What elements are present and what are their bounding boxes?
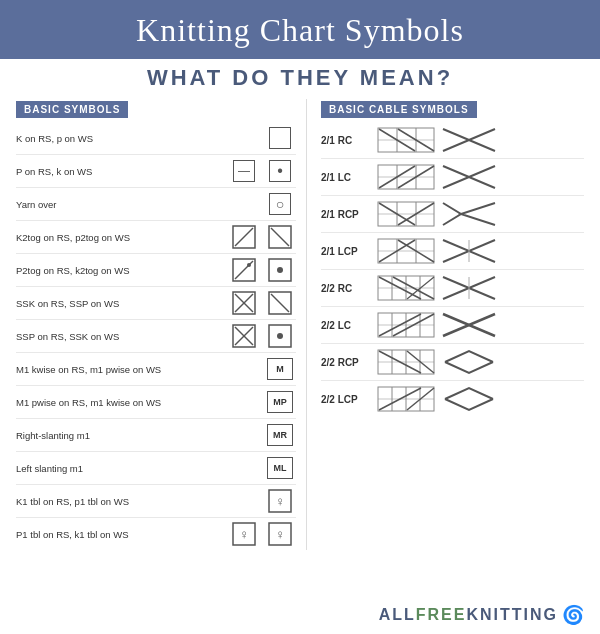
symbol-row-9: M1 pwise on RS, m1 kwise on WS MP — [16, 386, 296, 419]
svg-point-18 — [277, 333, 283, 339]
cable-icon-8b — [440, 385, 500, 413]
sym-label-11: Left slanting m1 — [16, 463, 260, 474]
sym-icon-11a: ML — [264, 455, 296, 481]
symbol-row-10: Right-slanting m1 MR — [16, 419, 296, 452]
sym-icon-4a — [228, 224, 260, 250]
symbol-row-13: P1 tbl on RS, k1 tbl on WS ♀ ♀ — [16, 518, 296, 550]
sym-label-13: P1 tbl on RS, k1 tbl on WS — [16, 529, 224, 540]
cable-icon-5a — [376, 274, 436, 302]
box-circle-icon — [269, 193, 291, 215]
sym-label-6: SSK on RS, SSP on WS — [16, 298, 224, 309]
symbol-row-8: M1 kwise on RS, m1 pwise on WS M — [16, 353, 296, 386]
cable-2-1-lcp-grid — [377, 238, 435, 264]
svg-text:♀: ♀ — [275, 527, 285, 542]
cable-2-1-lc-grid — [377, 164, 435, 190]
p2tog-icon2 — [267, 257, 293, 283]
cable-2-1-rc-grid — [377, 127, 435, 153]
symbol-row-3: Yarn over — [16, 188, 296, 221]
sym-label-10: Right-slanting m1 — [16, 430, 260, 441]
cable-icon-3b — [440, 200, 500, 228]
cable-label-5: 2/2 RC — [321, 283, 376, 294]
sym-label-5: P2tog on RS, k2tog on WS — [16, 265, 224, 276]
sym-icon-12a: ♀ — [264, 488, 296, 514]
svg-point-8 — [277, 267, 283, 273]
basic-symbols-column: BASIC SYMBOLS K on RS, p on WS P on RS, … — [16, 99, 306, 550]
footer-free: FREE — [416, 606, 467, 623]
symbol-row-6: SSK on RS, SSP on WS — [16, 287, 296, 320]
cable-row-4: 2/1 LCP — [321, 233, 584, 270]
content-area: BASIC SYMBOLS K on RS, p on WS P on RS, … — [0, 99, 600, 550]
sym-icon-5b — [264, 257, 296, 283]
sym-icon-13b: ♀ — [264, 521, 296, 547]
cable-symbols-column: BASIC CABLE SYMBOLS 2/1 RC — [306, 99, 584, 550]
sym-label-3: Yarn over — [16, 199, 260, 210]
sym-icon-9a: MP — [264, 389, 296, 415]
symbol-row-11: Left slanting m1 ML — [16, 452, 296, 485]
k1tbl-icon: ♀ — [267, 488, 293, 514]
sym-icon-7a — [228, 323, 260, 349]
footer-icon: 🌀 — [562, 604, 584, 626]
cable-label-6: 2/2 LC — [321, 320, 376, 331]
cable-2-2-lcp-simple — [441, 386, 499, 412]
cable-icon-1a — [376, 126, 436, 154]
cable-row-5: 2/2 RC — [321, 270, 584, 307]
box-empty-icon — [269, 127, 291, 149]
symbol-row-7: SSP on RS, SSK on WS — [16, 320, 296, 353]
cable-2-1-lcp-simple — [441, 238, 499, 264]
box-dot-icon — [269, 160, 291, 182]
symbol-row-1: K on RS, p on WS — [16, 122, 296, 155]
sym-icon-2a — [228, 158, 260, 184]
k2tog-icon1 — [231, 224, 257, 250]
cable-row-8: 2/2 LCP — [321, 381, 584, 417]
cable-row-7: 2/2 RCP — [321, 344, 584, 381]
symbol-row-5: P2tog on RS, k2tog on WS — [16, 254, 296, 287]
sym-icon-7b — [264, 323, 296, 349]
sym-icon-1a — [264, 125, 296, 151]
subtitle: WHAT DO THEY MEAN? — [0, 59, 600, 95]
symbol-row-2: P on RS, k on WS — [16, 155, 296, 188]
cable-icon-4a — [376, 237, 436, 265]
cable-icon-2a — [376, 163, 436, 191]
cable-label-2: 2/1 LC — [321, 172, 376, 183]
cable-label-7: 2/2 RCP — [321, 357, 376, 368]
p2tog-icon1 — [231, 257, 257, 283]
cable-icon-1b — [440, 126, 500, 154]
cable-icon-8a — [376, 385, 436, 413]
cable-icon-6b — [440, 311, 500, 339]
cable-label-4: 2/1 LCP — [321, 246, 376, 257]
svg-line-3 — [271, 228, 289, 246]
p1tbl-icon2: ♀ — [267, 521, 293, 547]
box-MP-icon: MP — [267, 391, 293, 413]
ssp-icon1 — [231, 323, 257, 349]
cable-icon-6a — [376, 311, 436, 339]
footer: ALLFREEKNITTING 🌀 — [379, 604, 584, 626]
sym-icon-4b — [264, 224, 296, 250]
cable-2-1-rc-simple — [441, 127, 499, 153]
sym-icon-6b — [264, 290, 296, 316]
p1tbl-icon1: ♀ — [231, 521, 257, 547]
box-line-icon — [233, 160, 255, 182]
cable-2-2-lcp-grid — [377, 386, 435, 412]
cable-icon-4b — [440, 237, 500, 265]
cable-2-2-lc-simple — [441, 312, 499, 338]
cable-icon-5b — [440, 274, 500, 302]
sym-icon-10a: MR — [264, 422, 296, 448]
sym-label-4: K2tog on RS, p2tog on WS — [16, 232, 224, 243]
sym-label-9: M1 pwise on RS, m1 kwise on WS — [16, 397, 260, 408]
basic-symbols-header: BASIC SYMBOLS — [16, 101, 128, 118]
svg-text:♀: ♀ — [239, 527, 249, 542]
svg-line-13 — [271, 294, 289, 312]
sym-icon-13a: ♀ — [228, 521, 260, 547]
sym-icon-3a — [264, 191, 296, 217]
sym-icon-2b — [264, 158, 296, 184]
cable-icon-3a — [376, 200, 436, 228]
sym-label-12: K1 tbl on RS, p1 tbl on WS — [16, 496, 260, 507]
cable-2-2-lc-grid — [377, 312, 435, 338]
svg-line-1 — [235, 228, 253, 246]
symbol-row-12: K1 tbl on RS, p1 tbl on WS ♀ — [16, 485, 296, 518]
box-MR-icon: MR — [267, 424, 293, 446]
box-M-icon: M — [267, 358, 293, 380]
cable-row-1: 2/1 RC — [321, 122, 584, 159]
cable-2-1-rcp-grid — [377, 201, 435, 227]
ssp-icon2 — [267, 323, 293, 349]
